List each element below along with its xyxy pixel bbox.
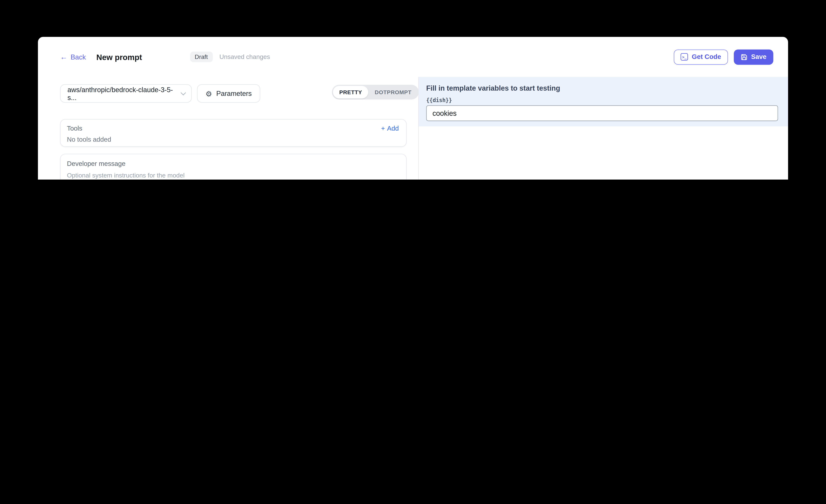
toggle-dotprompt[interactable]: DOTPROMPT — [368, 86, 418, 98]
test-panel: Fill in template variables to start test… — [418, 77, 788, 180]
developer-message-subtitle: Optional system instructions for the mod… — [67, 172, 400, 179]
back-arrow-icon: ← — [60, 53, 67, 60]
terminal-icon: >_ — [681, 53, 688, 60]
variable-value-input[interactable] — [426, 105, 778, 121]
chat-empty-state: Fill in the variables above, then type a… — [419, 126, 788, 180]
parameters-button[interactable]: ⚙ Parameters — [197, 84, 260, 103]
test-panel-header: Fill in template variables to start test… — [419, 77, 788, 126]
app-window: ← Back New prompt Draft Unsaved changes … — [38, 37, 788, 180]
save-label: Save — [751, 53, 766, 60]
parameters-label: Parameters — [216, 89, 252, 98]
unsaved-changes-text: Unsaved changes — [220, 53, 270, 60]
header: ← Back New prompt Draft Unsaved changes … — [38, 37, 788, 77]
save-button[interactable]: Save — [733, 49, 773, 64]
status-badge: Draft — [190, 52, 213, 62]
model-bar: aws/anthropic/bedrock-claude-3-5-s... ⚙ … — [60, 84, 260, 103]
developer-message-card: Developer message Optional system instru… — [60, 154, 407, 180]
developer-message-title: Developer message — [67, 160, 400, 167]
back-button[interactable]: ← Back — [60, 53, 86, 61]
plus-icon: + — [381, 125, 385, 132]
model-selector[interactable]: aws/anthropic/bedrock-claude-3-5-s... — [60, 84, 192, 103]
back-label: Back — [71, 53, 86, 61]
get-code-button[interactable]: >_ Get Code — [674, 49, 728, 64]
view-mode-toggle: PRETTY DOTPROMPT — [332, 85, 419, 100]
add-tool-button[interactable]: + Add — [381, 125, 399, 132]
test-panel-title: Fill in template variables to start test… — [426, 84, 778, 92]
add-tool-label: Add — [387, 125, 399, 132]
save-icon — [741, 54, 747, 60]
chevron-down-icon — [181, 90, 186, 95]
toggle-pretty[interactable]: PRETTY — [333, 86, 368, 98]
variable-input-label: {{dish}} — [426, 97, 778, 103]
model-selector-value: aws/anthropic/bedrock-claude-3-5-s... — [67, 85, 181, 101]
page-title: New prompt — [96, 52, 142, 61]
screenshot-stage: ← Back New prompt Draft Unsaved changes … — [0, 0, 826, 180]
tools-card: Tools + Add No tools added — [60, 119, 407, 147]
gear-icon: ⚙ — [205, 90, 212, 97]
tools-empty-text: No tools added — [67, 136, 399, 143]
get-code-label: Get Code — [692, 53, 721, 60]
tools-title: Tools — [67, 125, 82, 132]
